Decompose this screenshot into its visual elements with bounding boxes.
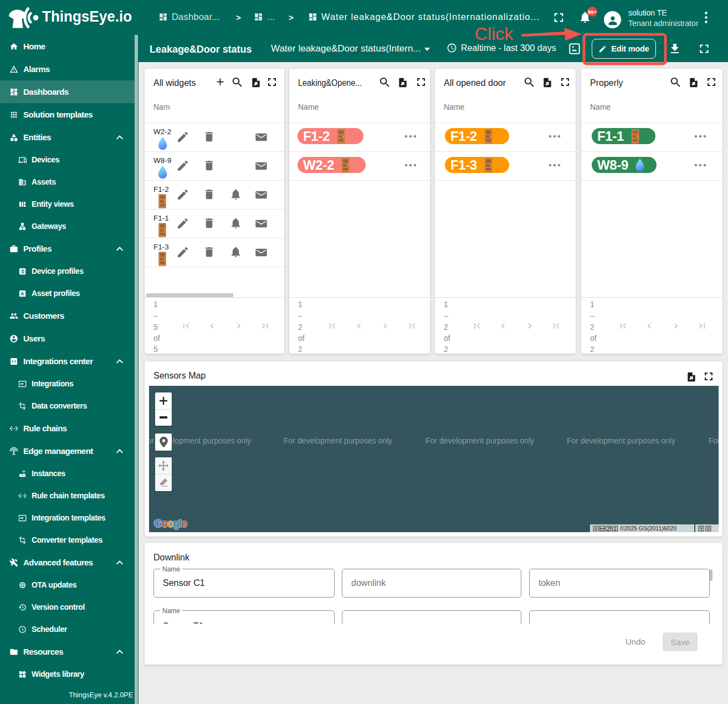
svg-text:©2025 GS(2011)6020: ©2025 GS(2011)6020 xyxy=(620,525,676,532)
